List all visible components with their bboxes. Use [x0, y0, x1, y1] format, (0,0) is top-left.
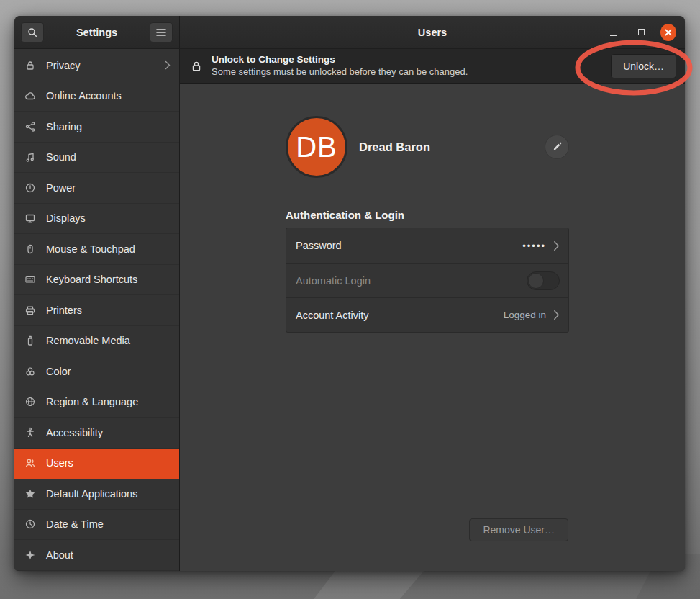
- sidebar-item-label: Accessibility: [46, 427, 171, 438]
- color-circles-icon: [24, 366, 36, 377]
- sidebar-item-label: Displays: [46, 212, 171, 224]
- sidebar-item-date-time[interactable]: Date & Time: [14, 510, 179, 541]
- sidebar-item-keyboard-shortcuts[interactable]: Keyboard Shortcuts: [14, 265, 179, 296]
- remove-user-button[interactable]: Remove User…: [469, 518, 568, 541]
- sidebar-item-sound[interactable]: Sound: [14, 143, 179, 174]
- unlock-button[interactable]: Unlock…: [611, 54, 676, 78]
- sidebar-item-label: Region & Language: [46, 396, 171, 407]
- window-controls: [606, 24, 676, 40]
- power-icon: [24, 182, 36, 194]
- cloud-icon: [24, 90, 36, 102]
- sidebar-item-mouse-touchpad[interactable]: Mouse & Touchpad: [14, 234, 179, 265]
- sidebar-title: Settings: [76, 27, 117, 38]
- maximize-icon: [638, 29, 645, 35]
- minimize-button[interactable]: [606, 24, 622, 40]
- toggle-knob: [528, 273, 544, 289]
- close-button[interactable]: [660, 24, 676, 40]
- music-note-icon: [24, 151, 36, 163]
- sidebar-item-sharing[interactable]: Sharing: [14, 112, 179, 143]
- keyboard-icon: [24, 274, 36, 285]
- printer-icon: [24, 305, 36, 316]
- section-title: Authentication & Login: [286, 209, 569, 221]
- settings-window: Settings Users: [14, 16, 685, 571]
- automatic-login-label: Automatic Login: [296, 275, 519, 287]
- banner-subtitle: Some settings must be unlocked before th…: [212, 66, 602, 78]
- star-icon: [24, 488, 36, 500]
- sidebar-item-printers[interactable]: Printers: [14, 295, 179, 326]
- password-label: Password: [296, 240, 515, 251]
- sidebar-item-color[interactable]: Color: [14, 356, 179, 387]
- password-value: •••••: [522, 240, 546, 251]
- share-icon: [24, 121, 36, 132]
- menu-button[interactable]: [150, 22, 173, 42]
- sidebar-item-label: Sharing: [46, 121, 171, 132]
- sidebar-item-label: Sound: [46, 151, 171, 163]
- hamburger-icon: [156, 28, 166, 37]
- globe-icon: [24, 396, 36, 407]
- sidebar-item-label: Removable Media: [46, 335, 171, 346]
- unlock-banner: Unlock to Change Settings Some settings …: [180, 49, 685, 84]
- search-button[interactable]: [21, 22, 44, 42]
- sidebar-item-label: About: [46, 549, 171, 561]
- titlebar: Settings Users: [14, 16, 685, 49]
- automatic-login-row: Automatic Login: [286, 263, 568, 297]
- sparkle-icon: [24, 549, 36, 561]
- sidebar-item-label: Online Accounts: [46, 90, 171, 102]
- sidebar-item-displays[interactable]: Displays: [14, 204, 179, 235]
- search-icon: [27, 27, 38, 38]
- sidebar-item-label: Users: [46, 457, 171, 469]
- monitor-icon: [24, 212, 36, 224]
- sidebar-item-accessibility[interactable]: Accessibility: [14, 418, 179, 449]
- user-name: Dread Baron: [359, 140, 545, 154]
- sidebar-item-label: Date & Time: [46, 518, 171, 530]
- chevron-right-icon: [553, 240, 560, 251]
- sidebar-item-default-applications[interactable]: Default Applications: [14, 479, 179, 510]
- maximize-button[interactable]: [633, 24, 649, 40]
- edit-name-button[interactable]: [545, 135, 569, 159]
- sidebar-item-power[interactable]: Power: [14, 173, 179, 204]
- chevron-right-icon: [165, 60, 171, 70]
- sidebar-header: Settings: [14, 16, 180, 48]
- sidebar-item-online-accounts[interactable]: Online Accounts: [14, 81, 179, 112]
- sidebar-item-label: Power: [46, 182, 171, 194]
- sidebar-item-label: Mouse & Touchpad: [46, 243, 171, 255]
- mouse-icon: [24, 243, 36, 255]
- sidebar: Privacy Online Accounts Sharing Sound Po…: [14, 49, 180, 571]
- avatar: DB: [286, 116, 347, 178]
- sidebar-item-region-language[interactable]: Region & Language: [14, 387, 179, 418]
- sidebar-item-removable-media[interactable]: Removable Media: [14, 326, 179, 357]
- account-activity-label: Account Activity: [296, 310, 496, 321]
- sidebar-item-about[interactable]: About: [14, 540, 179, 571]
- user-header: DB Dread Baron: [286, 116, 569, 178]
- automatic-login-toggle[interactable]: [527, 271, 560, 290]
- pencil-icon: [552, 142, 562, 152]
- flash-drive-icon: [24, 335, 36, 346]
- auth-card: Password ••••• Automatic Login Account A…: [286, 228, 569, 333]
- clock-icon: [24, 518, 36, 530]
- accessibility-icon: [24, 427, 36, 438]
- sidebar-item-label: Keyboard Shortcuts: [46, 274, 171, 285]
- sidebar-item-privacy[interactable]: Privacy: [14, 50, 179, 81]
- banner-title: Unlock to Change Settings: [212, 54, 602, 66]
- minimize-icon: [610, 35, 617, 36]
- lock-icon: [24, 60, 36, 71]
- chevron-right-icon: [553, 310, 560, 320]
- users-panel: Unlock to Change Settings Some settings …: [180, 49, 685, 571]
- users-icon: [24, 457, 36, 469]
- close-icon: [660, 24, 676, 41]
- sidebar-item-users[interactable]: Users: [14, 449, 179, 479]
- password-row[interactable]: Password •••••: [286, 228, 568, 263]
- sidebar-item-label: Privacy: [46, 60, 155, 71]
- lock-icon: [190, 60, 203, 73]
- banner-texts: Unlock to Change Settings Some settings …: [212, 54, 602, 78]
- sidebar-item-label: Default Applications: [46, 488, 171, 500]
- sidebar-item-label: Color: [46, 366, 171, 377]
- account-activity-value: Logged in: [504, 310, 546, 320]
- main-titlebar: Users: [180, 16, 685, 48]
- content-area: DB Dread Baron Authentication & Login Pa…: [180, 84, 685, 571]
- sidebar-item-label: Printers: [46, 305, 171, 316]
- account-activity-row[interactable]: Account Activity Logged in: [286, 297, 568, 332]
